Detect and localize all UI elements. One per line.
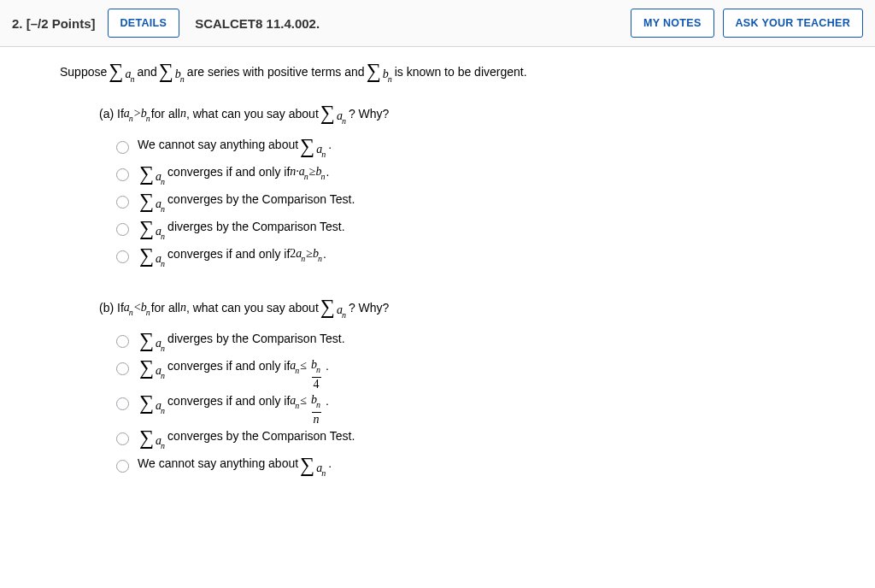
radio-b4[interactable] — [116, 432, 129, 445]
part-b-options: ∑an diverges by the Comparison Test. ∑an… — [99, 332, 866, 480]
radio-b5[interactable] — [116, 460, 129, 473]
details-button[interactable]: DETAILS — [108, 9, 180, 38]
radio-a1[interactable] — [116, 141, 129, 154]
option-a4[interactable]: ∑an diverges by the Comparison Test. — [116, 220, 866, 244]
option-a3[interactable]: ∑an converges by the Comparison Test. — [116, 192, 866, 216]
radio-b2[interactable] — [116, 362, 129, 375]
prompt-line: Suppose ∑an and ∑bn are series with posi… — [60, 62, 866, 89]
sum-bn-icon: ∑bn — [159, 62, 185, 89]
textbook-reference: SCALCET8 11.4.002. — [195, 16, 320, 31]
ask-teacher-button[interactable]: ASK YOUR TEACHER — [723, 9, 863, 38]
radio-a4[interactable] — [116, 223, 129, 236]
part-b: (b) If an < bn for all n , what can you … — [60, 298, 866, 480]
question-header: 2. [–/2 Points] DETAILS SCALCET8 11.4.00… — [0, 0, 875, 47]
radio-a5[interactable] — [116, 250, 129, 263]
part-a-question: (a) If an > bn for all n , what can you … — [99, 104, 866, 131]
option-a1[interactable]: We cannot say anything about ∑an . — [116, 138, 866, 162]
part-a-options: We cannot say anything about ∑an . ∑an c… — [99, 138, 866, 271]
sum-bn-icon: ∑bn — [367, 62, 393, 89]
question-body: Suppose ∑an and ∑bn are series with posi… — [0, 47, 875, 492]
option-a5[interactable]: ∑an converges if and only if 2an ≥ bn . — [116, 247, 866, 271]
sum-an-icon: ∑an — [320, 298, 347, 325]
sum-an-icon: ∑an — [320, 104, 347, 131]
option-b5[interactable]: We cannot say anything about ∑an . — [116, 456, 866, 480]
radio-a3[interactable] — [116, 196, 129, 209]
option-b4[interactable]: ∑an converges by the Comparison Test. — [116, 429, 866, 453]
part-a: (a) If an > bn for all n , what can you … — [60, 104, 866, 271]
option-b2[interactable]: ∑an converges if and only if an ≤ bn 4 . — [116, 359, 866, 391]
radio-a2[interactable] — [116, 168, 129, 181]
option-b1[interactable]: ∑an diverges by the Comparison Test. — [116, 332, 866, 356]
part-b-question: (b) If an < bn for all n , what can you … — [99, 298, 866, 325]
question-number: 2. [–/2 Points] — [12, 16, 96, 31]
option-a2[interactable]: ∑an converges if and only if n·an ≥ bn . — [116, 165, 866, 189]
radio-b3[interactable] — [116, 397, 129, 410]
radio-b1[interactable] — [116, 335, 129, 348]
sum-an-icon: ∑an — [109, 62, 135, 89]
my-notes-button[interactable]: MY NOTES — [631, 9, 714, 38]
option-b3[interactable]: ∑an converges if and only if an ≤ bn n . — [116, 394, 866, 426]
